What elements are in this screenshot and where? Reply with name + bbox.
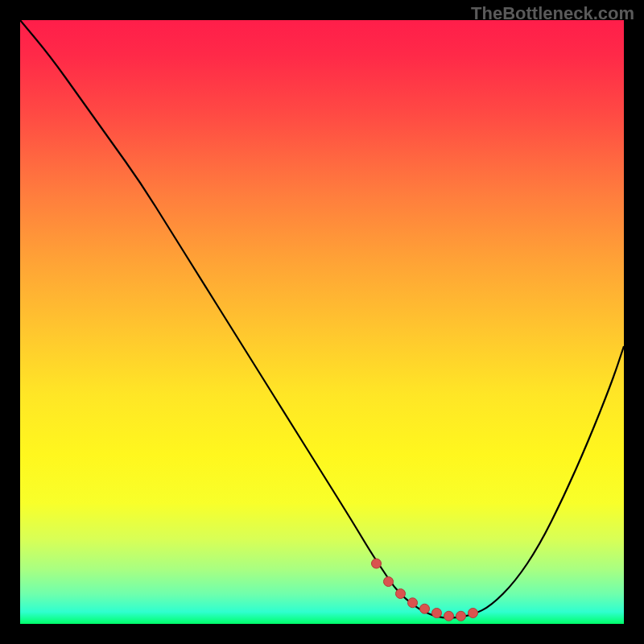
watermark-text: TheBottleneck.com: [471, 3, 634, 24]
curve-marker: [432, 609, 442, 618]
curve-markers: [372, 559, 478, 621]
curve-marker: [420, 604, 430, 613]
curve-marker: [456, 611, 466, 621]
curve-marker: [396, 589, 406, 599]
chart-plot-area: [20, 20, 624, 624]
curve-marker: [384, 577, 394, 587]
curve-marker: [444, 611, 454, 621]
curve-marker: [469, 609, 478, 618]
curve-marker: [372, 559, 382, 568]
curve-marker: [408, 598, 418, 608]
bottleneck-curve: [20, 20, 624, 618]
chart-svg: [20, 20, 624, 624]
